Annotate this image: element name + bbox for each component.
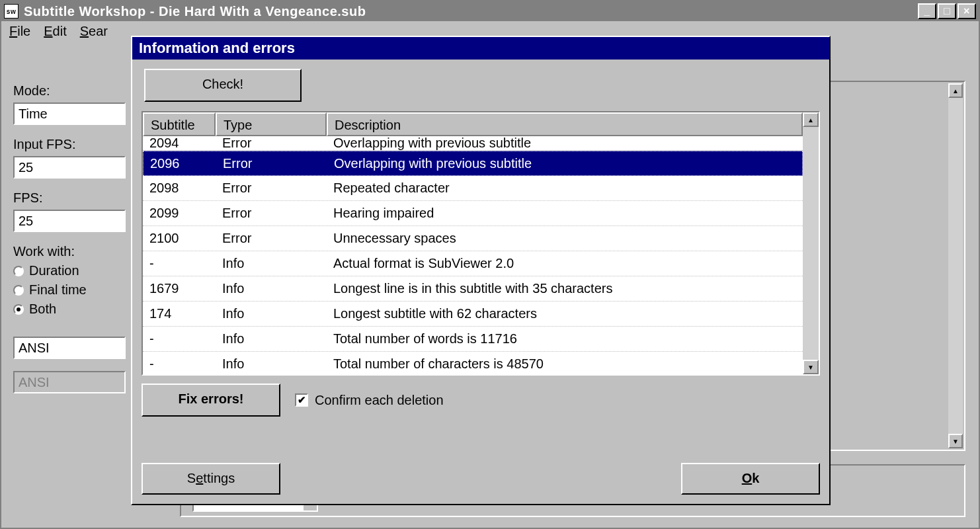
confirm-label: Confirm each deletion xyxy=(315,393,444,408)
fix-errors-button[interactable]: Fix errors! xyxy=(142,384,280,417)
left-panel: Mode: Time Input FPS: 25 FPS: 25 Work wi… xyxy=(13,83,132,405)
cell-description: Overlapping with previous subtitle xyxy=(327,153,802,174)
table-row[interactable]: 2096ErrorOverlapping with previous subti… xyxy=(143,151,803,176)
table-row[interactable]: 174InfoLongest subtitle with 62 characte… xyxy=(143,302,803,327)
col-description[interactable]: Description xyxy=(327,112,803,136)
info-errors-dialog: Information and errors Check! Subtitle T… xyxy=(131,36,831,505)
table-row[interactable]: 1679InfoLongest line is in this subtitle… xyxy=(143,276,803,302)
scroll-up-icon[interactable]: ▲ xyxy=(803,112,819,127)
cell-subtitle: 2094 xyxy=(143,136,216,151)
cell-subtitle: - xyxy=(143,253,216,274)
cell-type: Info xyxy=(216,354,327,374)
cell-description: Longest subtitle with 62 characters xyxy=(327,304,803,324)
cell-description: Repeated character xyxy=(327,178,803,198)
table-row[interactable]: 2098ErrorRepeated character xyxy=(143,176,803,201)
cell-subtitle: 2098 xyxy=(143,178,216,198)
main-scrollbar[interactable]: ▲ ▼ xyxy=(948,83,963,448)
window-title: Subtitle Workshop - Die Hard With a Veng… xyxy=(24,4,918,19)
workwith-label: Work with: xyxy=(13,244,132,259)
col-type[interactable]: Type xyxy=(216,112,327,136)
settings-button[interactable]: Settings xyxy=(142,463,280,495)
scroll-down-icon[interactable]: ▼ xyxy=(803,360,819,374)
cell-description: Total number of words is 11716 xyxy=(327,329,803,349)
check-button[interactable]: Check! xyxy=(144,69,302,102)
cell-type: Info xyxy=(216,253,327,274)
inputfps-field[interactable]: 25 xyxy=(13,156,126,179)
mode-field[interactable]: Time xyxy=(13,102,126,125)
cell-description: Unnecessary spaces xyxy=(327,228,803,249)
cell-type: Error xyxy=(216,228,327,249)
cell-subtitle: 2100 xyxy=(143,228,216,249)
cell-type: Info xyxy=(216,304,327,324)
fps-field[interactable]: 25 xyxy=(13,210,126,232)
table-row[interactable]: -InfoTotal number of words is 11716 xyxy=(143,327,803,352)
table-row[interactable]: -InfoActual format is SubViewer 2.0 xyxy=(143,251,803,276)
cell-type: Error xyxy=(216,203,327,224)
menu-file[interactable]: File xyxy=(9,24,30,39)
radio-both[interactable]: Both xyxy=(13,302,132,317)
menu-edit[interactable]: Edit xyxy=(44,24,66,39)
app-icon: sw xyxy=(4,4,19,19)
dialog-title[interactable]: Information and errors xyxy=(132,37,829,60)
menu-search[interactable]: Sear xyxy=(80,24,108,39)
confirm-checkbox[interactable]: ✔ xyxy=(295,393,308,407)
errors-table[interactable]: Subtitle Type Description 2094ErrorOverl… xyxy=(143,112,803,374)
main-titlebar[interactable]: sw Subtitle Workshop - Die Hard With a V… xyxy=(1,1,979,21)
table-header: Subtitle Type Description xyxy=(143,112,803,136)
cell-subtitle: 2099 xyxy=(143,203,216,224)
scroll-down-icon[interactable]: ▼ xyxy=(948,434,963,448)
table-row[interactable]: -InfoTotal number of characters is 48570 xyxy=(143,352,803,374)
cell-description: Actual format is SubViewer 2.0 xyxy=(327,253,803,274)
main-window: sw Subtitle Workshop - Die Hard With a V… xyxy=(0,0,980,529)
cell-type: Info xyxy=(216,278,327,299)
cell-subtitle: 2096 xyxy=(143,153,216,174)
maximize-button[interactable]: □ xyxy=(938,3,956,19)
table-scrollbar[interactable]: ▲ ▼ xyxy=(803,112,819,374)
inputfps-label: Input FPS: xyxy=(13,137,132,152)
cell-description: Hearing impaired xyxy=(327,203,803,224)
fps-label: FPS: xyxy=(13,190,132,206)
charset2-field: ANSI xyxy=(13,371,126,393)
mode-label: Mode: xyxy=(13,83,132,99)
ok-button[interactable]: Ok xyxy=(681,463,820,495)
cell-description: Total number of characters is 48570 xyxy=(327,354,803,374)
cell-type: Info xyxy=(216,329,327,349)
errors-table-panel: Subtitle Type Description 2094ErrorOverl… xyxy=(142,111,820,376)
table-row[interactable]: 2099ErrorHearing impaired xyxy=(143,201,803,226)
cell-type: Error xyxy=(216,178,327,198)
cell-type: Error xyxy=(216,153,327,174)
cell-subtitle: 1679 xyxy=(143,278,216,299)
cell-type: Error xyxy=(216,136,327,151)
minimize-button[interactable]: _ xyxy=(918,3,936,19)
cell-subtitle: 174 xyxy=(143,304,216,324)
scroll-up-icon[interactable]: ▲ xyxy=(948,83,963,98)
cell-description: Longest line is in this subtitle with 35… xyxy=(327,278,803,299)
charset1-field[interactable]: ANSI xyxy=(13,337,126,359)
col-subtitle[interactable]: Subtitle xyxy=(143,112,216,136)
cell-description: Overlapping with previous subtitle xyxy=(327,136,803,151)
close-button[interactable]: × xyxy=(958,3,976,19)
cell-subtitle: - xyxy=(143,329,216,349)
radio-finaltime[interactable]: Final time xyxy=(13,282,132,298)
table-row[interactable]: 2100ErrorUnnecessary spaces xyxy=(143,226,803,251)
cell-subtitle: - xyxy=(143,354,216,374)
table-row[interactable]: 2094ErrorOverlapping with previous subti… xyxy=(143,136,803,151)
radio-duration[interactable]: Duration xyxy=(13,263,132,278)
